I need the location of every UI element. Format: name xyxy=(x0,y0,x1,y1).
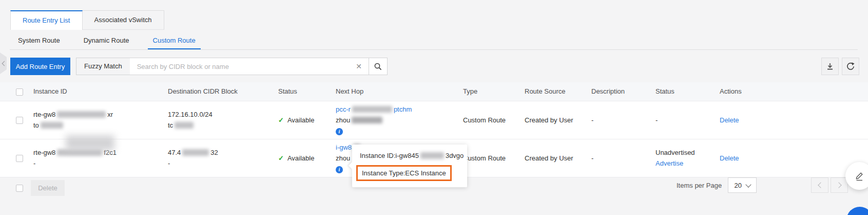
pencil-icon xyxy=(853,170,865,182)
add-route-entry-button[interactable]: Add Route Entry xyxy=(10,58,70,75)
download-button[interactable] xyxy=(821,58,839,75)
instance-id-text: xr xyxy=(107,111,113,118)
cidr-text: 32 xyxy=(210,149,218,156)
advertise-status-text: Unadvertised xyxy=(655,148,715,158)
divider xyxy=(10,49,858,50)
col-next-hop: Next Hop xyxy=(336,86,463,97)
footer-select-all-checkbox[interactable] xyxy=(16,185,23,192)
redacted-text xyxy=(182,149,209,156)
refresh-button[interactable] xyxy=(842,58,859,75)
cidr-text: 172.16.10.0/24 xyxy=(168,110,273,120)
instance-id-text: rte-gw8 xyxy=(33,149,55,156)
redacted-text xyxy=(352,106,392,113)
tooltip-text: Instance ID:i-gw845 xyxy=(360,152,419,159)
col-description: Description xyxy=(591,86,655,97)
next-hop-text: pcc-r xyxy=(336,105,351,113)
cidr-cell: 172.16.10.0/24 tc xyxy=(168,110,278,131)
next-page-button[interactable] xyxy=(831,177,848,193)
table-row: rte-gw8xr to 172.16.10.0/24 tc ✓Availabl… xyxy=(0,101,868,139)
items-per-page-control: Items per Page 20 xyxy=(677,177,757,193)
refresh-icon xyxy=(846,62,855,71)
next-hop-text: ptchm xyxy=(394,105,412,113)
search-button[interactable] xyxy=(369,58,388,75)
search-input[interactable] xyxy=(130,63,350,70)
type-cell: Custom Route xyxy=(463,153,525,164)
type-cell: Custom Route xyxy=(463,115,525,126)
col-route-source: Route Source xyxy=(525,86,591,97)
redacted-text xyxy=(352,117,382,123)
next-hop-link[interactable]: pcc-rptchm xyxy=(336,105,412,113)
col-status: Status xyxy=(278,86,336,97)
previous-page-button[interactable] xyxy=(811,177,828,193)
status-text: Available xyxy=(287,154,315,162)
table-header-row: Instance ID Destination CIDR Block Statu… xyxy=(0,82,868,101)
description-cell: - xyxy=(591,115,655,126)
items-per-page-select[interactable]: 20 xyxy=(728,177,757,193)
tooltip-instance-type-highlight: Instance Type:ECS Instance xyxy=(356,165,452,181)
sidebar-collapse-handle[interactable] xyxy=(0,52,7,74)
delete-link[interactable]: Delete xyxy=(720,154,739,162)
next-hop-text: i-gw8 xyxy=(336,144,352,151)
advertise-status-cell: Unadvertised Advertise xyxy=(655,148,720,169)
chevron-down-icon xyxy=(745,182,751,187)
info-icon[interactable]: i xyxy=(336,166,343,173)
next-hop-cell: pcc-rptchm zhou i xyxy=(336,104,463,136)
next-hop-tooltip: Instance ID:i-gw8453dvgo Instance Type:E… xyxy=(352,145,467,187)
primary-tab-bar: Route Entry List Associated vSwitch xyxy=(10,10,164,30)
instance-name-text: to xyxy=(33,121,39,129)
tooltip-instance-id: Instance ID:i-gw8453dvgo xyxy=(360,151,460,160)
advertise-status-cell: - xyxy=(655,115,720,126)
search-icon xyxy=(374,62,382,71)
description-cell: - xyxy=(591,153,655,164)
search-bar: Fuzzy Match ✕ xyxy=(76,58,388,75)
floating-assistant-button[interactable] xyxy=(846,207,868,215)
tab-system-route[interactable]: System Route xyxy=(18,37,60,44)
row-checkbox[interactable] xyxy=(16,155,23,162)
instance-name-text: - xyxy=(33,158,163,169)
status-text: Available xyxy=(287,116,315,124)
bulk-delete-button[interactable]: Delete xyxy=(31,180,65,196)
advertise-link[interactable]: Advertise xyxy=(655,159,683,167)
redacted-text xyxy=(41,122,63,129)
cidr-cell: 47.432 - xyxy=(168,148,278,169)
cidr-name-text: tc xyxy=(168,121,173,129)
route-source-cell: Created by User xyxy=(525,115,591,126)
check-icon: ✓ xyxy=(278,154,284,162)
select-all-checkbox[interactable] xyxy=(16,88,23,96)
tab-custom-route[interactable]: Custom Route xyxy=(153,37,196,44)
check-icon: ✓ xyxy=(278,116,284,124)
instance-id-cell: rte-gw8xr to xyxy=(33,110,168,131)
next-hop-zone-text: zhou xyxy=(336,116,350,124)
instance-id-cell: rte-gw8f2c1 - xyxy=(33,148,168,169)
tab-associated-vswitch[interactable]: Associated vSwitch xyxy=(83,10,164,30)
download-icon xyxy=(826,62,834,70)
row-checkbox[interactable] xyxy=(16,117,23,124)
col-instance-id: Instance ID xyxy=(33,86,168,97)
items-per-page-value: 20 xyxy=(734,182,741,189)
secondary-tab-bar: System Route Dynamic Route Custom Route xyxy=(18,31,196,49)
next-hop-zone-text: zhou xyxy=(336,154,350,162)
status-cell: ✓Available xyxy=(278,115,336,126)
status-cell: ✓Available xyxy=(278,153,336,164)
delete-link[interactable]: Delete xyxy=(720,116,739,124)
chevron-right-icon xyxy=(836,182,841,188)
cidr-name-text: - xyxy=(168,158,273,169)
match-mode-selector[interactable]: Fuzzy Match xyxy=(76,58,130,75)
col-status-2: Status xyxy=(655,86,720,97)
feedback-button[interactable] xyxy=(845,162,868,190)
instance-id-text: rte-gw8 xyxy=(33,111,55,118)
redacted-text xyxy=(57,111,106,118)
route-source-cell: Created by User xyxy=(525,153,591,164)
col-actions: Actions xyxy=(720,86,868,97)
chevron-left-icon xyxy=(2,61,7,66)
tab-route-entry-list[interactable]: Route Entry List xyxy=(10,10,83,30)
clear-icon[interactable]: ✕ xyxy=(356,63,362,70)
col-type: Type xyxy=(463,86,525,97)
info-icon[interactable]: i xyxy=(336,128,343,135)
chevron-left-icon xyxy=(818,182,823,188)
redacted-text xyxy=(175,122,194,129)
search-box: Fuzzy Match ✕ xyxy=(76,58,369,75)
redacted-area xyxy=(66,135,114,151)
tab-dynamic-route[interactable]: Dynamic Route xyxy=(84,37,129,44)
col-destination-cidr: Destination CIDR Block xyxy=(168,86,278,97)
